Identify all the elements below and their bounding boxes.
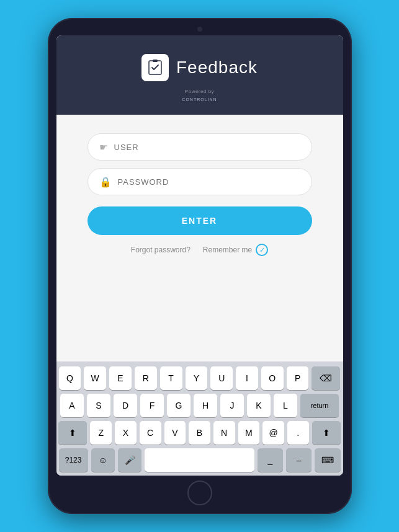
key-m[interactable]: M <box>238 421 260 445</box>
key-b[interactable]: B <box>189 421 210 445</box>
key-e[interactable]: E <box>109 366 132 390</box>
emoji-key[interactable]: ☺ <box>91 448 115 472</box>
lock-icon: 🔒 <box>99 176 112 188</box>
bottom-links: Forgot password? Remember me ✓ <box>131 244 268 256</box>
dash-key[interactable]: – <box>286 448 312 472</box>
keyboard-row-2: A S D F G H J K L return <box>59 394 341 417</box>
screen-header: Feedback Powered by CONTROLINN <box>56 35 343 115</box>
tablet-device: Feedback Powered by CONTROLINN ☛ 🔒 <box>48 18 352 514</box>
password-input[interactable] <box>118 177 300 187</box>
keyboard-row-1: Q W E R T Y U I O P ⌫ <box>59 366 341 390</box>
keyboard: Q W E R T Y U I O P ⌫ A S D F G H J <box>56 361 343 476</box>
key-q[interactable]: Q <box>59 366 81 390</box>
input-group: ☛ 🔒 <box>87 133 312 195</box>
underscore-key[interactable]: _ <box>258 448 283 472</box>
key-h[interactable]: H <box>194 394 217 417</box>
key-z[interactable]: Z <box>90 421 112 445</box>
key-d[interactable]: D <box>114 394 137 417</box>
key-y[interactable]: Y <box>186 366 208 390</box>
home-button[interactable] <box>187 481 212 505</box>
key-t[interactable]: T <box>160 366 182 390</box>
key-l[interactable]: L <box>274 394 297 417</box>
key-w[interactable]: W <box>84 366 106 390</box>
key-v[interactable]: V <box>164 421 186 445</box>
tablet-camera <box>197 27 202 32</box>
key-s[interactable]: S <box>87 394 110 417</box>
key-p[interactable]: P <box>287 366 309 390</box>
app-title-row: Feedback <box>141 54 258 81</box>
svg-rect-1 <box>153 60 158 62</box>
space-key[interactable] <box>145 448 254 472</box>
key-u[interactable]: U <box>210 366 233 390</box>
key-i[interactable]: I <box>236 366 258 390</box>
keyboard-row-4: ?123 ☺ 🎤 _ – ⌨ <box>59 448 341 472</box>
app-title: Feedback <box>176 58 258 78</box>
key-g[interactable]: G <box>167 394 191 417</box>
backspace-key[interactable]: ⌫ <box>312 366 340 390</box>
key-j[interactable]: J <box>220 394 244 417</box>
hide-keyboard-key[interactable]: ⌨ <box>315 448 340 472</box>
shift-key[interactable]: ⬆ <box>58 421 87 445</box>
key-f[interactable]: F <box>140 394 164 417</box>
mic-key[interactable]: 🎤 <box>118 448 141 472</box>
return-key[interactable]: return <box>300 394 339 417</box>
num-switch-key[interactable]: ?123 <box>59 448 88 472</box>
user-icon: ☛ <box>99 141 108 153</box>
key-at[interactable]: @ <box>262 421 284 445</box>
remember-me-toggle[interactable]: Remember me ✓ <box>203 244 268 256</box>
key-k[interactable]: K <box>247 394 271 417</box>
key-dot[interactable]: . <box>287 421 309 445</box>
screen-body: ☛ 🔒 ENTER Forgot password? Remember me ✓ <box>56 115 343 361</box>
key-x[interactable]: X <box>115 421 137 445</box>
powered-by: Powered by CONTROLINN <box>182 89 217 102</box>
key-o[interactable]: O <box>261 366 284 390</box>
key-a[interactable]: A <box>60 394 84 417</box>
check-icon: ✓ <box>256 244 268 256</box>
brand-logo: CONTROLINN <box>182 95 217 102</box>
key-n[interactable]: N <box>213 421 235 445</box>
key-c[interactable]: C <box>140 421 161 445</box>
forgot-password-link[interactable]: Forgot password? <box>131 246 191 254</box>
tablet-screen: Feedback Powered by CONTROLINN ☛ 🔒 <box>56 35 343 476</box>
key-r[interactable]: R <box>135 366 157 390</box>
password-input-wrapper[interactable]: 🔒 <box>87 168 312 195</box>
enter-button[interactable]: ENTER <box>87 206 312 235</box>
powered-by-label: Powered by <box>185 89 214 94</box>
keyboard-row-3: ⬆ Z X C V B N M @ . ⬆ <box>59 421 341 445</box>
remember-me-label: Remember me <box>203 246 252 254</box>
user-input[interactable] <box>114 143 300 152</box>
shift-key-right[interactable]: ⬆ <box>312 421 341 445</box>
app-icon <box>141 54 169 81</box>
user-input-wrapper[interactable]: ☛ <box>87 133 312 161</box>
